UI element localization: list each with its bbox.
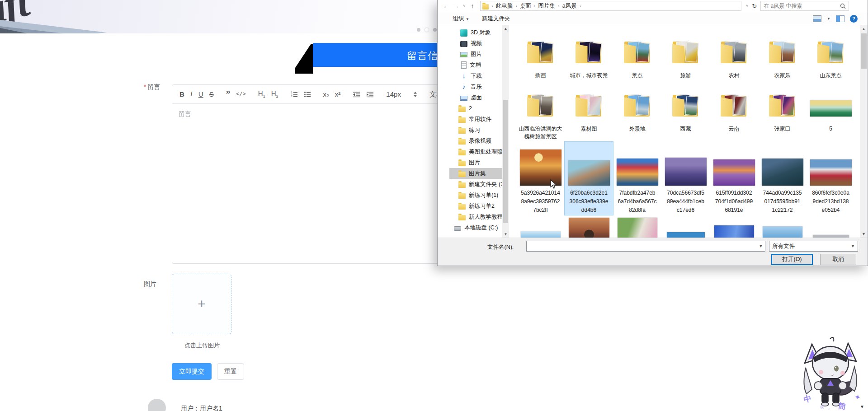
view-options-chevron-icon[interactable]: ▼ [827, 17, 830, 21]
partially-visible-image[interactable] [667, 232, 705, 238]
image-file-tile[interactable]: 70dca56673df589ea444fb1cebc17ed6 [661, 142, 710, 215]
scroll-down-icon[interactable]: ▼ [860, 230, 868, 238]
carousel-dot[interactable] [425, 28, 429, 32]
editor-tool-heading-2[interactable]: H2 [271, 90, 278, 98]
sidebar-folder-练习[interactable]: 练习 [449, 125, 503, 135]
sidebar-item-视频[interactable]: 视频 [449, 38, 503, 49]
editor-tool-underline[interactable]: U [198, 91, 203, 98]
image-upload-dropzone[interactable]: + [172, 274, 231, 334]
preview-pane-icon[interactable] [836, 15, 844, 22]
main-scroll-thumb[interactable] [861, 33, 867, 69]
sidebar-folder-常用软件[interactable]: 常用软件 [449, 114, 503, 125]
folder-tile-农村[interactable]: 农村 [710, 34, 758, 79]
forward-icon[interactable]: → [451, 2, 461, 9]
filename-input[interactable] [527, 241, 757, 251]
carousel-dot[interactable] [417, 28, 420, 32]
folder-tile-插画[interactable]: 插画 [516, 34, 565, 79]
sidebar-item-音乐[interactable]: ♪音乐 [449, 81, 503, 92]
scroll-up-icon[interactable]: ▲ [860, 25, 868, 33]
editor-tool-outdent[interactable] [353, 91, 360, 98]
breadcrumb-item[interactable]: 桌面 [520, 2, 531, 10]
breadcrumb-item[interactable]: a风景 [562, 2, 577, 10]
editor-tool-bold[interactable]: B [179, 91, 184, 98]
folder-tile-山东景点[interactable]: 山东景点 [807, 34, 855, 79]
organize-button[interactable]: 组织▼ [453, 15, 469, 23]
image-file-tile[interactable]: 860f6fef3c0e0a9ded213bd138e052b4 [807, 142, 855, 215]
editor-tool-code[interactable]: </> [236, 92, 246, 97]
partially-visible-image[interactable] [521, 231, 561, 238]
sidebar-folder-2[interactable]: 2 [449, 103, 503, 114]
main-scrollbar[interactable]: ▲ ▼ [860, 25, 868, 238]
sidebar-folder-新练习单(1)[interactable]: 新练习单(1) [449, 190, 503, 201]
filetype-select[interactable]: 所有文件 ▼ [769, 241, 858, 252]
sidebar-item-3D 对象[interactable]: 3D 对象 [449, 27, 503, 38]
refresh-icon[interactable]: ↻ [752, 3, 760, 9]
back-icon[interactable]: ← [441, 2, 451, 9]
image-file-tile[interactable]: 6f20ba6c3d2e1306c93effe339edd4b6 [565, 142, 613, 215]
image-file-tile[interactable]: 7fabdfb2a47eb6a7d4ba6a567c82d8fa [613, 142, 661, 215]
folder-tile-城市，城市夜景[interactable]: 城市，城市夜景 [565, 34, 613, 79]
carousel-dots[interactable] [417, 28, 437, 32]
editor-tool-font-size[interactable]: 14px [386, 91, 401, 98]
image-file-tile[interactable]: 615ff091dd302704f1d06ad49968191e [710, 142, 758, 215]
sidebar-item-图片[interactable]: 图片 [449, 49, 503, 60]
editor-tool-unordered-list[interactable] [304, 91, 311, 98]
folder-tile-外景地[interactable]: 外景地 [613, 88, 661, 140]
scroll-up-icon[interactable]: ▲ [502, 25, 509, 32]
editor-tool-indent[interactable] [366, 91, 374, 98]
folder-tile-张家口[interactable]: 张家口 [758, 88, 807, 140]
partially-visible-image[interactable] [763, 226, 802, 238]
editor-tool-font-size-stepper[interactable] [413, 91, 417, 98]
folder-tile-云南[interactable]: 云南 [710, 88, 758, 140]
submit-button[interactable]: 立即提交 [172, 363, 212, 380]
sidebar-folder-录像视频[interactable]: 录像视频 [449, 135, 503, 146]
sidebar-item-下载[interactable]: ↓下载 [449, 70, 503, 81]
address-dropdown-icon[interactable]: ˅ [741, 4, 752, 8]
open-button[interactable]: 打开(O) [771, 254, 813, 265]
editor-tool-blockquote[interactable]: ” [226, 90, 231, 98]
carousel-dot[interactable] [433, 28, 437, 32]
sidebar-scrollbar[interactable]: ▲ ▼ [502, 25, 509, 238]
sidebar-item-桌面[interactable]: 桌面 [449, 92, 503, 103]
chevron-down-icon[interactable]: ▼ [757, 244, 765, 248]
partially-visible-image[interactable] [618, 218, 657, 238]
partially-visible-image[interactable] [714, 225, 754, 238]
breadcrumb-item[interactable]: 此电脑 [496, 2, 513, 10]
cancel-button[interactable]: 取消 [820, 254, 856, 265]
sidebar-folder-图片[interactable]: 图片 [449, 157, 503, 168]
breadcrumb-item[interactable]: 图片集 [538, 2, 556, 10]
sidebar-folder-图片集[interactable]: 图片集 [449, 168, 503, 179]
sidebar-item-文档[interactable]: 文档 [449, 60, 503, 70]
folder-tile-景点[interactable]: 景点 [613, 34, 661, 79]
folder-tile-农家乐[interactable]: 农家乐 [758, 34, 807, 79]
search-input[interactable] [764, 3, 840, 9]
address-bar[interactable]: ›此电脑›桌面›图片集›a风景› [480, 1, 741, 11]
editor-tool-ordered-list[interactable]: 123 [291, 91, 298, 98]
sidebar-item-local-disk-c[interactable]: 本地磁盘 (C:) [449, 222, 503, 233]
image-tile-5[interactable]: 5 [807, 88, 855, 140]
editor-tool-superscript[interactable]: x² [335, 91, 341, 98]
thumbnail-view-icon[interactable] [813, 15, 821, 22]
reset-button[interactable]: 重置 [217, 363, 244, 380]
folder-tile-旅游[interactable]: 旅游 [661, 34, 710, 79]
folder-tile-山西临汾洪洞的大槐树旅游景区[interactable]: 山西临汾洪洞的大槐树旅游景区 [516, 88, 565, 140]
history-chevron-icon[interactable]: ˅ [461, 4, 467, 8]
editor-content-area[interactable]: 留言 [172, 104, 463, 263]
sidebar-folder-美图批处理照片[interactable]: 美图批处理照片 [449, 146, 503, 157]
sidebar-folder-新建文件夹 (2)[interactable]: 新建文件夹 (2) [449, 179, 503, 190]
editor-tool-italic[interactable]: I [190, 91, 193, 98]
partially-visible-image[interactable] [569, 218, 609, 238]
new-folder-button[interactable]: 新建文件夹 [482, 15, 510, 23]
image-file-tile[interactable]: 744ad0a99c135017d5595bb911c22172 [758, 142, 807, 215]
sidebar-scroll-thumb[interactable] [503, 100, 508, 223]
scroll-down-icon[interactable]: ▼ [502, 231, 509, 238]
sidebar-folder-新练习单2[interactable]: 新练习单2 [449, 201, 503, 211]
sidebar-folder-新人教学教程[interactable]: 新人教学教程 [449, 211, 503, 222]
folder-tile-西藏[interactable]: 西藏 [661, 88, 710, 140]
up-icon[interactable]: ↑ [467, 2, 477, 9]
editor-tool-subscript[interactable]: x₂ [323, 91, 329, 98]
editor-tool-strikethrough[interactable]: S [209, 91, 214, 98]
folder-tile-素材图[interactable]: 素材图 [565, 88, 613, 140]
editor-tool-heading-1[interactable]: H1 [258, 90, 265, 98]
image-file-tile[interactable]: 5a3926a4210148a9ec393597627bc2ff [516, 142, 565, 215]
